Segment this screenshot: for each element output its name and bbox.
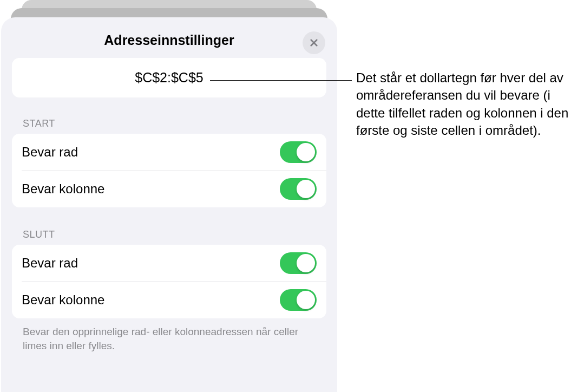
start-preserve-column-label: Bevar kolonne — [22, 181, 104, 197]
callout-annotation: Det står et dollartegn før hver del av o… — [356, 69, 578, 140]
end-section-header: SLUTT — [23, 229, 326, 240]
end-preserve-row-label: Bevar rad — [22, 256, 78, 271]
start-preserve-column-toggle[interactable] — [280, 178, 317, 200]
start-section-group: Bevar rad Bevar kolonne — [12, 134, 326, 207]
close-button[interactable] — [303, 31, 325, 54]
toggle-knob — [297, 254, 315, 272]
end-section-group: Bevar rad Bevar kolonne — [12, 245, 326, 318]
start-preserve-row-label: Bevar rad — [22, 145, 78, 160]
panel-title: Adresseinnstillinger — [104, 32, 234, 48]
end-preserve-row-item: Bevar rad — [12, 245, 326, 282]
callout-leader-line — [210, 80, 352, 81]
end-preserve-column-item: Bevar kolonne — [12, 282, 326, 318]
end-preserve-row-toggle[interactable] — [280, 252, 317, 274]
address-display[interactable]: $C$2:$C$5 — [12, 58, 326, 97]
start-preserve-row-toggle[interactable] — [280, 141, 317, 163]
end-preserve-column-toggle[interactable] — [280, 289, 317, 311]
close-icon — [309, 38, 319, 48]
start-preserve-column-item: Bevar kolonne — [12, 171, 326, 207]
toggle-knob — [297, 143, 315, 161]
footer-description: Bevar den opprinnelige rad- eller kolonn… — [23, 325, 316, 352]
settings-panel: Adresseinnstillinger $C$2:$C$5 START Bev… — [1, 17, 337, 392]
end-preserve-column-label: Bevar kolonne — [22, 292, 104, 308]
toggle-knob — [297, 291, 315, 309]
start-section-header: START — [23, 118, 326, 129]
toggle-knob — [297, 180, 315, 198]
start-preserve-row-item: Bevar rad — [12, 134, 326, 171]
